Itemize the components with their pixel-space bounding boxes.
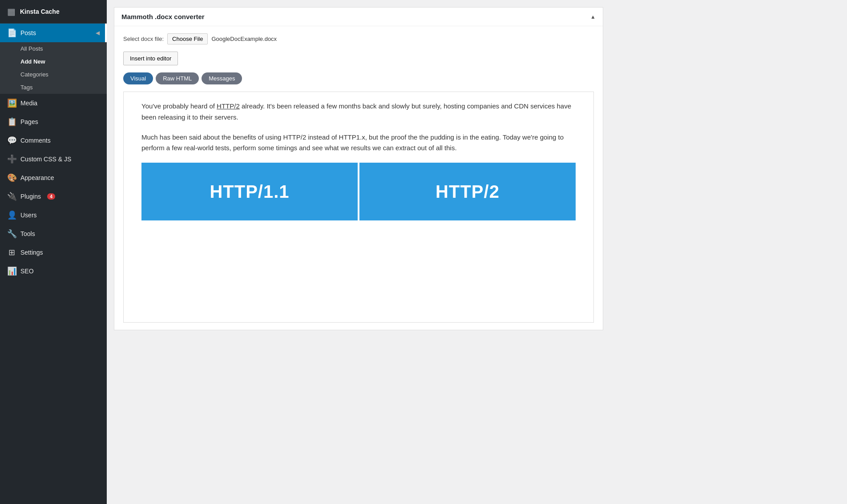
http11-box: HTTP/1.1 — [141, 163, 358, 220]
http-comparison-images: HTTP/1.1 HTTP/2 — [141, 163, 576, 220]
sidebar-item-appearance[interactable]: 🎨 Appearance — [0, 168, 107, 187]
sidebar-header: ▦ Kinsta Cache — [0, 0, 107, 24]
tab-visual[interactable]: Visual — [123, 72, 153, 84]
settings-icon: ⊞ — [7, 248, 16, 257]
panel-body: Select docx file: Choose File GoogleDocE… — [114, 26, 603, 330]
panel-collapse-button[interactable]: ▲ — [590, 14, 596, 20]
kinsta-icon: ▦ — [7, 6, 16, 17]
posts-icon: 📄 — [7, 28, 16, 38]
custom-css-js-icon: ➕ — [7, 154, 16, 164]
sidebar-sub-tags[interactable]: Tags — [0, 81, 107, 94]
file-name-display: GoogleDocExample.docx — [211, 36, 277, 42]
users-icon: 👤 — [7, 210, 16, 220]
posts-collapse-arrow: ◀ — [96, 30, 100, 36]
tab-messages[interactable]: Messages — [202, 72, 242, 84]
sidebar-item-tools[interactable]: 🔧 Tools — [0, 224, 107, 243]
pages-icon: 📋 — [7, 117, 16, 127]
panel-title-bar: Mammoth .docx converter ▲ — [114, 8, 603, 26]
tools-icon: 🔧 — [7, 229, 16, 239]
sidebar-item-seo-label: SEO — [20, 268, 34, 275]
sidebar-item-pages[interactable]: 📋 Pages — [0, 112, 107, 131]
posts-submenu: All Posts Add New Categories Tags — [0, 42, 107, 94]
media-icon: 🖼️ — [7, 98, 16, 108]
sidebar-item-media[interactable]: 🖼️ Media — [0, 94, 107, 112]
sidebar-item-posts-label: Posts — [20, 29, 36, 36]
sidebar-item-custom-css-js[interactable]: ➕ Custom CSS & JS — [0, 150, 107, 168]
appearance-icon: 🎨 — [7, 173, 16, 183]
sidebar-nav: 📄 Posts ◀ All Posts Add New Categories T… — [0, 24, 107, 280]
insert-into-editor-button[interactable]: Insert into editor — [123, 52, 178, 65]
plugins-badge: 4 — [47, 193, 55, 200]
file-select-label: Select docx file: — [123, 36, 164, 42]
sidebar-item-tools-label: Tools — [20, 230, 35, 237]
sidebar-item-plugins[interactable]: 🔌 Plugins 4 — [0, 187, 107, 206]
sidebar-sub-all-posts[interactable]: All Posts — [0, 42, 107, 55]
mammoth-plugin-panel: Mammoth .docx converter ▲ Select docx fi… — [114, 7, 603, 330]
site-name: Kinsta Cache — [20, 8, 60, 15]
http2-box: HTTP/2 — [359, 163, 576, 220]
sidebar-item-media-label: Media — [20, 100, 37, 107]
http11-label: HTTP/1.1 — [210, 177, 289, 206]
choose-file-button[interactable]: Choose File — [167, 33, 208, 44]
main-content: Mammoth .docx converter ▲ Select docx fi… — [107, 0, 847, 504]
tab-raw-html[interactable]: Raw HTML — [156, 72, 199, 84]
sidebar-item-settings-label: Settings — [20, 249, 43, 256]
sidebar-item-pages-label: Pages — [20, 118, 38, 125]
sidebar-item-comments-label: Comments — [20, 137, 51, 144]
sidebar: ▦ Kinsta Cache 📄 Posts ◀ All Posts Add N… — [0, 0, 107, 504]
sidebar-item-settings[interactable]: ⊞ Settings — [0, 243, 107, 262]
sidebar-item-users-label: Users — [20, 212, 37, 219]
sidebar-item-seo[interactable]: 📊 SEO — [0, 262, 107, 280]
http2-label: HTTP/2 — [436, 177, 500, 206]
sidebar-sub-categories[interactable]: Categories — [0, 68, 107, 81]
plugins-icon: 🔌 — [7, 192, 16, 201]
sidebar-sub-add-new[interactable]: Add New — [0, 55, 107, 68]
sidebar-item-plugins-label: Plugins — [20, 193, 41, 200]
sidebar-item-posts[interactable]: 📄 Posts ◀ — [0, 24, 107, 42]
seo-icon: 📊 — [7, 266, 16, 276]
sidebar-item-users[interactable]: 👤 Users — [0, 206, 107, 224]
content-area[interactable]: You've probably heard of HTTP/2 already.… — [123, 92, 594, 323]
comments-icon: 💬 — [7, 136, 16, 145]
content-inner: You've probably heard of HTTP/2 already.… — [124, 92, 593, 229]
panel-title: Mammoth .docx converter — [121, 13, 205, 20]
sidebar-item-custom-css-js-label: Custom CSS & JS — [20, 156, 71, 163]
http2-link[interactable]: HTTP/2 — [217, 102, 240, 110]
tab-bar: Visual Raw HTML Messages — [123, 72, 594, 84]
paragraph-2: Much has been said about the benefits of… — [141, 132, 576, 154]
file-select-row: Select docx file: Choose File GoogleDocE… — [123, 33, 594, 44]
sidebar-item-appearance-label: Appearance — [20, 174, 54, 181]
paragraph-1: You've probably heard of HTTP/2 already.… — [141, 101, 576, 123]
sidebar-item-comments[interactable]: 💬 Comments — [0, 131, 107, 150]
